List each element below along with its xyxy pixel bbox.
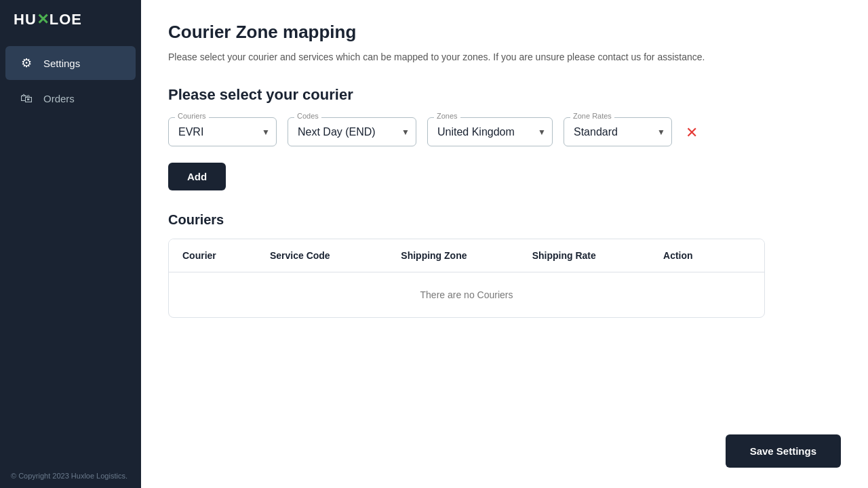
page-title: Courier Zone mapping <box>168 22 841 43</box>
codes-select-wrapper: Codes Next Day (END) Standard Express Ec… <box>288 117 416 146</box>
sidebar-item-label-orders: Orders <box>43 93 75 104</box>
table-header: Courier Service Code Shipping Zone Shipp… <box>169 239 764 272</box>
sidebar-item-label-settings: Settings <box>43 58 80 69</box>
logo: HU✕LOE <box>0 0 141 39</box>
add-button[interactable]: Add <box>168 163 226 190</box>
main-content: Courier Zone mapping Please select your … <box>141 0 868 488</box>
settings-icon: ⚙ <box>19 56 34 70</box>
zones-label: Zones <box>434 112 460 120</box>
courier-select-row: Couriers EVRI DHL UPS FedEx Royal Mail ▼… <box>168 117 841 146</box>
table-col-shipping-zone: Shipping Zone <box>401 250 532 261</box>
couriers-label: Couriers <box>175 112 209 120</box>
save-settings-wrapper: Save Settings <box>726 434 841 468</box>
table-empty-message: There are no Couriers <box>420 289 513 300</box>
page-description: Please select your courier and services … <box>168 49 731 64</box>
table-body: There are no Couriers <box>169 272 764 317</box>
table-col-service-code: Service Code <box>270 250 401 261</box>
codes-select[interactable]: Next Day (END) Standard Express Economy <box>288 117 416 146</box>
zone-rates-select-wrapper: Zone Rates Standard Premium Economy Expr… <box>564 117 672 146</box>
couriers-select[interactable]: EVRI DHL UPS FedEx Royal Mail <box>168 117 277 146</box>
orders-icon: 🛍 <box>19 91 34 106</box>
couriers-table: Courier Service Code Shipping Zone Shipp… <box>168 239 765 318</box>
zones-select[interactable]: United Kingdom Europe Worldwide USA <box>427 117 553 146</box>
zone-rates-label: Zone Rates <box>570 112 614 120</box>
sidebar-footer: © Copyright 2023 Huxloe Logistics. <box>0 464 141 488</box>
logo-text: HU✕LOE <box>14 11 82 28</box>
courier-selector-heading: Please select your courier <box>168 86 841 104</box>
codes-label: Codes <box>294 112 321 120</box>
nav-menu: ⚙ Settings 🛍 Orders <box>0 45 141 464</box>
zone-rates-select[interactable]: Standard Premium Economy Express <box>564 117 672 146</box>
sidebar: HU✕LOE ⚙ Settings 🛍 Orders © Copyright 2… <box>0 0 141 488</box>
sidebar-item-orders[interactable]: 🛍 Orders <box>5 81 136 115</box>
couriers-section-title: Couriers <box>168 212 841 228</box>
logo-highlight: ✕ <box>37 11 50 28</box>
zones-select-wrapper: Zones United Kingdom Europe Worldwide US… <box>427 117 553 146</box>
sidebar-item-settings[interactable]: ⚙ Settings <box>5 46 136 80</box>
table-col-action: Action <box>663 250 751 261</box>
table-col-shipping-rate: Shipping Rate <box>532 250 663 261</box>
couriers-select-wrapper: Couriers EVRI DHL UPS FedEx Royal Mail ▼ <box>168 117 277 146</box>
save-settings-button[interactable]: Save Settings <box>726 434 841 468</box>
remove-courier-button[interactable]: ✕ <box>683 121 701 144</box>
table-col-courier: Courier <box>182 250 270 261</box>
